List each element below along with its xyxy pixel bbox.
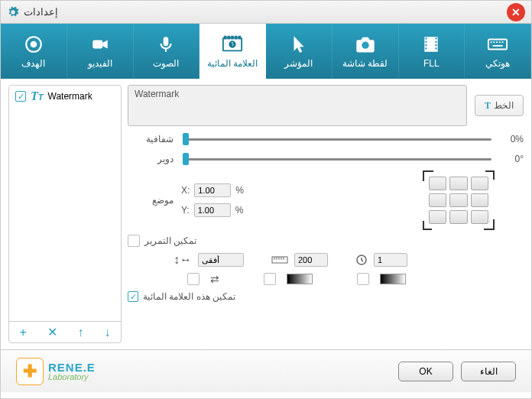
- tab-bar: الهدف الفيديو الصوت العلامة المائية المؤ…: [1, 24, 531, 79]
- scroll-distance-input[interactable]: [294, 253, 328, 267]
- direction-icon: ↕↔: [174, 253, 192, 267]
- move-down-button[interactable]: ↓: [105, 326, 111, 339]
- svg-rect-20: [436, 47, 437, 49]
- position-label: موضع: [128, 195, 174, 206]
- svg-rect-2: [92, 41, 102, 49]
- svg-rect-19: [436, 44, 437, 46]
- enable-watermark-label: تمكين هذه العلامة المائية: [143, 291, 235, 302]
- pos-cell[interactable]: [449, 177, 467, 190]
- rotate-label: دوير: [128, 154, 174, 164]
- tab-watermark[interactable]: العلامة المائية: [200, 24, 266, 79]
- video-icon: [89, 34, 111, 55]
- target-icon: [23, 34, 44, 55]
- watermark-sidebar: ✓ TT Watermark + ✕ ↑ ↓: [8, 85, 122, 343]
- pos-cell[interactable]: [449, 193, 467, 207]
- keyboard-icon: [487, 34, 508, 55]
- watermark-checkbox[interactable]: ✓: [15, 91, 26, 102]
- watermark-preview: Watermark: [128, 85, 467, 126]
- svg-point-1: [31, 42, 37, 47]
- rotate-value: 0°: [501, 154, 524, 164]
- pos-cell[interactable]: [429, 193, 446, 207]
- scroll-time-input[interactable]: [374, 253, 407, 267]
- svg-rect-24: [496, 41, 498, 43]
- film-icon: [420, 34, 442, 55]
- direction-select[interactable]: [198, 253, 244, 267]
- close-button[interactable]: ✕: [507, 3, 525, 21]
- ruler-icon: [271, 255, 288, 264]
- position-x-input[interactable]: [194, 183, 231, 197]
- mic-icon: [155, 34, 177, 55]
- camera-icon: [355, 34, 376, 55]
- loop-checkbox[interactable]: [187, 273, 200, 285]
- brand-logo: ✚ RENE.E Laboratory: [16, 358, 96, 385]
- position-y-input[interactable]: [194, 203, 231, 217]
- pos-cell[interactable]: [471, 210, 488, 224]
- logo-badge-icon: ✚: [16, 358, 44, 385]
- svg-rect-10: [239, 37, 241, 39]
- svg-point-11: [362, 42, 368, 49]
- svg-rect-9: [235, 37, 237, 39]
- fade-out-checkbox[interactable]: [357, 273, 369, 285]
- pos-cell[interactable]: [429, 177, 446, 190]
- tab-hotkey[interactable]: هوتكي: [465, 24, 531, 79]
- pos-cell[interactable]: [449, 210, 467, 224]
- svg-rect-25: [499, 41, 501, 43]
- cursor-icon: [288, 34, 310, 55]
- gear-icon: [7, 6, 19, 18]
- watermark-icon: [222, 34, 243, 55]
- move-up-button[interactable]: ↑: [78, 326, 84, 339]
- svg-rect-8: [232, 37, 233, 39]
- rotate-slider[interactable]: [183, 152, 491, 166]
- tab-target[interactable]: الهدف: [1, 24, 67, 79]
- fade-in-swatch: [287, 274, 313, 284]
- tab-video[interactable]: الفيديو: [67, 24, 134, 79]
- enable-watermark-checkbox[interactable]: ✓: [128, 291, 138, 302]
- tab-cursor[interactable]: المؤشر: [266, 24, 332, 79]
- cancel-button[interactable]: الغاء: [461, 362, 516, 381]
- svg-rect-15: [426, 44, 427, 46]
- tab-screenshot[interactable]: لقطة شاشة: [332, 24, 399, 79]
- svg-rect-26: [502, 41, 504, 43]
- tab-audio[interactable]: الصوت: [134, 24, 200, 79]
- remove-button[interactable]: ✕: [47, 325, 57, 339]
- font-button[interactable]: T الخط: [475, 95, 524, 116]
- opacity-slider[interactable]: [183, 132, 491, 146]
- fade-in-checkbox[interactable]: [264, 273, 276, 285]
- svg-rect-13: [426, 37, 427, 39]
- tab-fll[interactable]: FLL: [399, 24, 466, 79]
- position-grid: [424, 172, 493, 229]
- fade-out-swatch: [380, 274, 406, 284]
- svg-rect-22: [491, 41, 492, 43]
- svg-rect-21: [488, 39, 507, 49]
- clock-icon: [355, 254, 368, 266]
- loop-icon: ⇄: [210, 273, 219, 285]
- text-watermark-icon: TT: [31, 89, 44, 103]
- svg-rect-17: [436, 37, 437, 39]
- svg-rect-23: [494, 41, 495, 43]
- add-button[interactable]: +: [19, 326, 26, 339]
- pos-cell[interactable]: [471, 193, 488, 207]
- opacity-label: شفافية: [128, 134, 174, 144]
- enable-scroll-checkbox[interactable]: [128, 235, 140, 247]
- enable-scroll-label: تمكين التمرير: [144, 235, 196, 246]
- opacity-value: 0%: [501, 134, 524, 144]
- svg-rect-6: [225, 37, 226, 39]
- svg-rect-14: [426, 41, 427, 43]
- ok-button[interactable]: OK: [398, 362, 453, 381]
- svg-rect-16: [426, 47, 427, 49]
- svg-rect-7: [229, 37, 230, 39]
- svg-rect-3: [164, 37, 169, 46]
- watermark-name: Watermark: [48, 91, 92, 102]
- window-title: إعدادات: [24, 6, 58, 18]
- list-item[interactable]: ✓ TT Watermark: [9, 86, 121, 107]
- svg-rect-18: [436, 41, 437, 43]
- svg-rect-27: [493, 45, 503, 47]
